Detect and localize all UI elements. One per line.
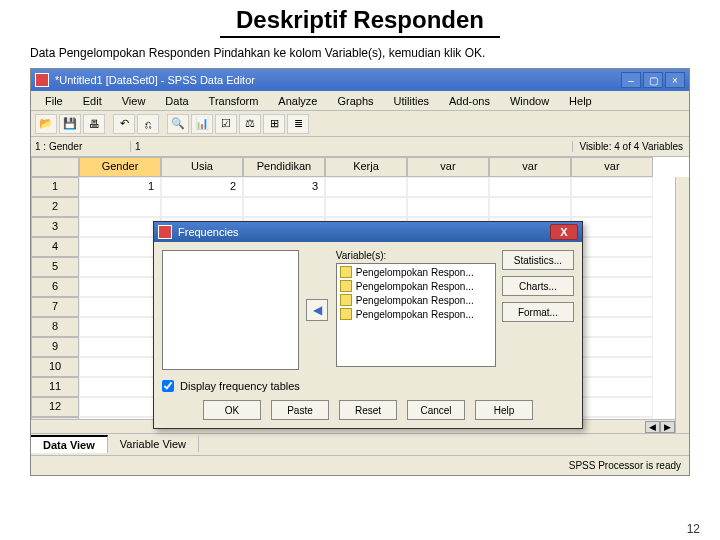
reset-button[interactable]: Reset	[339, 400, 397, 420]
row-header[interactable]: 6	[31, 277, 79, 297]
cell[interactable]	[79, 377, 161, 397]
menu-addons[interactable]: Add-ons	[439, 93, 500, 109]
cell[interactable]: 2	[161, 177, 243, 197]
menu-view[interactable]: View	[112, 93, 156, 109]
statistics-button[interactable]: Statistics...	[502, 250, 574, 270]
cell[interactable]	[407, 177, 489, 197]
sets-icon[interactable]: ≣	[287, 114, 309, 134]
row-header[interactable]: 1	[31, 177, 79, 197]
dialog-close-button[interactable]: X	[550, 224, 578, 240]
cell[interactable]	[79, 217, 161, 237]
col-var1[interactable]: var	[407, 157, 489, 177]
variable-item[interactable]: Pengelompokan Respon...	[338, 293, 494, 307]
col-var3[interactable]: var	[571, 157, 653, 177]
cancel-button[interactable]: Cancel	[407, 400, 465, 420]
cell[interactable]	[571, 217, 653, 237]
menu-edit[interactable]: Edit	[73, 93, 112, 109]
weight-icon[interactable]: ⚖	[239, 114, 261, 134]
redo-icon[interactable]: ⎌	[137, 114, 159, 134]
cell[interactable]	[79, 337, 161, 357]
scroll-right-icon[interactable]: ▶	[660, 421, 675, 433]
cell[interactable]	[79, 197, 161, 217]
row-header[interactable]: 10	[31, 357, 79, 377]
close-button[interactable]: ×	[665, 72, 685, 88]
cell[interactable]	[407, 197, 489, 217]
row-header[interactable]: 7	[31, 297, 79, 317]
row-header[interactable]: 12	[31, 397, 79, 417]
row-header[interactable]: 2	[31, 197, 79, 217]
cell[interactable]: 1	[79, 177, 161, 197]
move-back-button[interactable]: ◀	[306, 299, 328, 321]
menu-data[interactable]: Data	[155, 93, 198, 109]
cell[interactable]	[571, 257, 653, 277]
undo-icon[interactable]: ↶	[113, 114, 135, 134]
paste-button[interactable]: Paste	[271, 400, 329, 420]
variable-item[interactable]: Pengelompokan Respon...	[338, 279, 494, 293]
charts-button[interactable]: Charts...	[502, 276, 574, 296]
menu-analyze[interactable]: Analyze	[268, 93, 327, 109]
menu-transform[interactable]: Transform	[199, 93, 269, 109]
cell[interactable]	[489, 177, 571, 197]
variable-item[interactable]: Pengelompokan Respon...	[338, 265, 494, 279]
scroll-left-icon[interactable]: ◀	[645, 421, 660, 433]
cell-value-input[interactable]: 1	[131, 141, 572, 152]
minimize-button[interactable]: –	[621, 72, 641, 88]
row-header[interactable]: 9	[31, 337, 79, 357]
chart-icon[interactable]: 📊	[191, 114, 213, 134]
menu-file[interactable]: File	[35, 93, 73, 109]
cell[interactable]	[571, 297, 653, 317]
cell[interactable]	[79, 297, 161, 317]
scrollbar-vertical[interactable]	[675, 177, 689, 433]
find-icon[interactable]: 🔍	[167, 114, 189, 134]
col-pendidikan[interactable]: Pendidikan	[243, 157, 325, 177]
col-kerja[interactable]: Kerja	[325, 157, 407, 177]
row-header[interactable]: 8	[31, 317, 79, 337]
col-usia[interactable]: Usia	[161, 157, 243, 177]
row-header[interactable]: 4	[31, 237, 79, 257]
cell[interactable]	[571, 357, 653, 377]
row-header[interactable]: 5	[31, 257, 79, 277]
format-button[interactable]: Format...	[502, 302, 574, 322]
row-header[interactable]: 3	[31, 217, 79, 237]
cell[interactable]	[571, 317, 653, 337]
open-icon[interactable]: 📂	[35, 114, 57, 134]
cell[interactable]	[571, 277, 653, 297]
cell[interactable]	[79, 357, 161, 377]
source-variable-list[interactable]	[162, 250, 299, 370]
value-icon[interactable]: ⊞	[263, 114, 285, 134]
maximize-button[interactable]: ▢	[643, 72, 663, 88]
cell[interactable]	[161, 197, 243, 217]
cell[interactable]	[325, 177, 407, 197]
menu-graphs[interactable]: Graphs	[327, 93, 383, 109]
cell[interactable]: 3	[243, 177, 325, 197]
cell[interactable]	[571, 397, 653, 417]
col-var2[interactable]: var	[489, 157, 571, 177]
cell[interactable]	[325, 197, 407, 217]
save-icon[interactable]: 💾	[59, 114, 81, 134]
col-gender[interactable]: Gender	[79, 157, 161, 177]
cell[interactable]	[571, 237, 653, 257]
cell[interactable]	[79, 277, 161, 297]
menu-utilities[interactable]: Utilities	[384, 93, 439, 109]
help-button[interactable]: Help	[475, 400, 533, 420]
variable-item[interactable]: Pengelompokan Respon...	[338, 307, 494, 321]
cell[interactable]	[571, 177, 653, 197]
cell[interactable]	[571, 197, 653, 217]
tab-data-view[interactable]: Data View	[31, 435, 108, 453]
cell[interactable]	[571, 377, 653, 397]
ok-button[interactable]: OK	[203, 400, 261, 420]
print-icon[interactable]: 🖶	[83, 114, 105, 134]
cell[interactable]	[79, 257, 161, 277]
cell[interactable]	[79, 317, 161, 337]
select-icon[interactable]: ☑	[215, 114, 237, 134]
cell[interactable]	[79, 397, 161, 417]
row-header[interactable]: 11	[31, 377, 79, 397]
cell[interactable]	[489, 197, 571, 217]
display-tables-checkbox[interactable]	[162, 380, 174, 392]
target-variable-list[interactable]: Pengelompokan Respon... Pengelompokan Re…	[336, 263, 496, 367]
tab-variable-view[interactable]: Variable View	[108, 436, 199, 452]
cell[interactable]	[571, 337, 653, 357]
menu-help[interactable]: Help	[559, 93, 602, 109]
cell[interactable]	[79, 237, 161, 257]
cell[interactable]	[243, 197, 325, 217]
